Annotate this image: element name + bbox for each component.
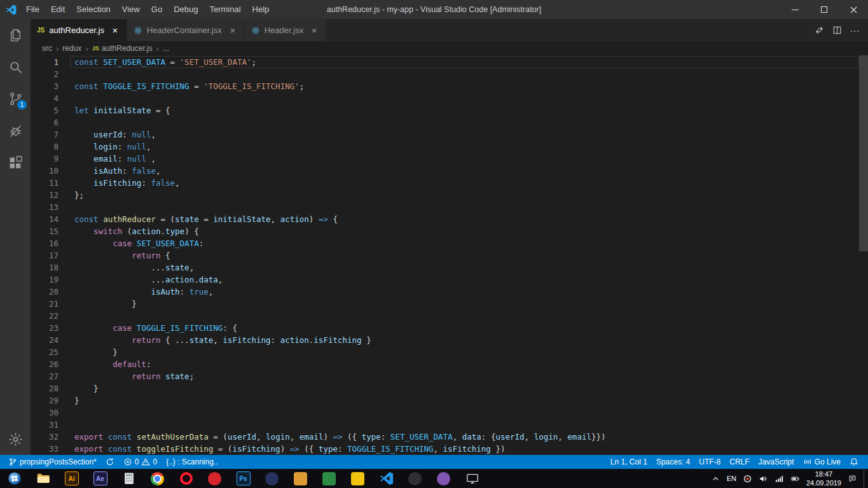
breadcrumb-item-redux[interactable]: redux: [62, 44, 82, 53]
activity-debug-button[interactable]: [0, 115, 31, 146]
notifications-button[interactable]: [845, 455, 863, 469]
git-branch-status[interactable]: propsingPostsSection*: [4, 455, 101, 469]
code-line-25[interactable]: 25 }: [31, 346, 868, 358]
code-line-13[interactable]: 13: [31, 201, 868, 213]
line-number[interactable]: 21: [31, 299, 59, 309]
line-number[interactable]: 23: [31, 323, 59, 333]
purple-circle-app-taskbar-button[interactable]: [429, 469, 458, 488]
line-number[interactable]: 26: [31, 359, 59, 369]
close-icon[interactable]: ×: [228, 25, 238, 36]
code-line-18[interactable]: 18 ...state,: [31, 261, 868, 274]
code-line-16[interactable]: 16 case SET_USER_DATA:: [31, 237, 868, 249]
eol-status[interactable]: CRLF: [725, 455, 754, 469]
code-line-14[interactable]: 14const authReducer = (state = initialSt…: [31, 213, 868, 225]
code-line-30[interactable]: 30: [31, 407, 868, 419]
code-line-15[interactable]: 15 switch (action.type) {: [31, 225, 868, 237]
more-actions-button[interactable]: ···: [846, 22, 863, 39]
yellow-check-app-taskbar-button[interactable]: [343, 469, 372, 488]
vscode-taskbar-button[interactable]: [372, 469, 401, 488]
hidden-icons-chevron-icon[interactable]: [711, 474, 720, 484]
code-line-17[interactable]: 17 return {: [31, 249, 868, 261]
code-line-4[interactable]: 4: [31, 92, 868, 104]
calculator-taskbar-button[interactable]: [114, 469, 143, 488]
split-editor-button[interactable]: [829, 22, 845, 39]
code-line-31[interactable]: 31: [31, 419, 868, 431]
dark-circle-app-taskbar-button[interactable]: [401, 469, 429, 488]
line-number[interactable]: 33: [31, 444, 59, 454]
code-line-21[interactable]: 21 }: [31, 298, 868, 310]
editor[interactable]: 1const SET_USER_DATA = 'SET_USER_DATA';2…: [31, 55, 868, 455]
line-number[interactable]: 19: [31, 275, 59, 284]
maximize-button[interactable]: [809, 0, 839, 19]
code-line-24[interactable]: 24 return { ...state, isFitching: action…: [31, 334, 868, 346]
activity-search-button[interactable]: [0, 51, 31, 83]
menu-file[interactable]: File: [20, 0, 45, 19]
code-line-8[interactable]: 8 login: null,: [31, 141, 868, 153]
tab-header-jsx[interactable]: Header.jsx×: [245, 19, 326, 41]
git-sync-button[interactable]: [101, 455, 119, 469]
after-effects-taskbar-button[interactable]: Ae: [86, 469, 114, 488]
breadcrumb-item-src[interactable]: src: [41, 44, 53, 53]
taskbar-clock[interactable]: 18:47 24.09.2019: [806, 470, 841, 488]
activity-source-control-button[interactable]: 1: [0, 83, 31, 115]
orange-tile-app-taskbar-button[interactable]: [286, 469, 315, 488]
activity-settings-button[interactable]: [0, 423, 31, 455]
cursor-position[interactable]: Ln 1, Col 1: [606, 455, 652, 469]
code-line-5[interactable]: 5let initialState = {: [31, 104, 868, 116]
breadcrumb-item--[interactable]: ...: [162, 44, 170, 53]
file-explorer-taskbar-button[interactable]: [29, 469, 57, 488]
chrome-taskbar-button[interactable]: [143, 469, 172, 488]
line-number[interactable]: 11: [31, 178, 59, 188]
indentation-status[interactable]: Spaces: 4: [652, 455, 694, 469]
opera-taskbar-button[interactable]: [172, 469, 200, 488]
code-line-1[interactable]: 1const SET_USER_DATA = 'SET_USER_DATA';: [31, 56, 868, 68]
line-number[interactable]: 14: [31, 214, 59, 224]
code-line-32[interactable]: 32export const setAuthUserData = (userId…: [31, 431, 868, 443]
menu-debug[interactable]: Debug: [168, 0, 203, 19]
line-number[interactable]: 8: [31, 142, 59, 151]
line-number[interactable]: 24: [31, 335, 59, 345]
line-number[interactable]: 28: [31, 384, 59, 393]
language-mode[interactable]: JavaScript: [754, 455, 799, 469]
editor-scrollbar[interactable]: [859, 55, 868, 455]
illustrator-taskbar-button[interactable]: Ai: [57, 469, 86, 488]
breadcrumb-item-authreducer-js[interactable]: JSauthReducer.js: [92, 44, 153, 53]
menu-terminal[interactable]: Terminal: [203, 0, 246, 19]
code-line-12[interactable]: 12};: [31, 189, 868, 201]
photoshop-taskbar-button[interactable]: Ps: [229, 469, 258, 488]
line-number[interactable]: 31: [31, 420, 59, 429]
show-desktop-button[interactable]: [864, 469, 867, 488]
code-line-6[interactable]: 6: [31, 116, 868, 129]
line-number[interactable]: 15: [31, 227, 59, 236]
code-line-28[interactable]: 28 }: [31, 382, 868, 394]
close-icon[interactable]: ×: [110, 25, 120, 36]
line-number[interactable]: 5: [31, 106, 59, 115]
code-line-2[interactable]: 2: [31, 68, 868, 80]
line-number[interactable]: 10: [31, 166, 59, 176]
media-player-taskbar-button[interactable]: [200, 469, 229, 488]
code-line-26[interactable]: 26 default:: [31, 358, 868, 370]
line-number[interactable]: 20: [31, 287, 59, 296]
code-line-19[interactable]: 19 ...action.data,: [31, 274, 868, 286]
volume-icon[interactable]: [759, 474, 768, 484]
code-line-29[interactable]: 29}: [31, 394, 868, 407]
code-line-10[interactable]: 10 isAuth: false,: [31, 165, 868, 177]
battery-icon[interactable]: [790, 474, 800, 484]
tab-headercontainer-jsx[interactable]: HeaderContainer.jsx×: [127, 19, 245, 41]
network-icon[interactable]: [775, 474, 784, 484]
green-tile-app-taskbar-button[interactable]: [315, 469, 343, 488]
line-number[interactable]: 3: [31, 81, 59, 91]
scrollbar-thumb[interactable]: [859, 55, 868, 251]
code-line-27[interactable]: 27 return state;: [31, 370, 868, 382]
code-line-20[interactable]: 20 isAuth: true,: [31, 286, 868, 298]
code-line-7[interactable]: 7 userId: null,: [31, 129, 868, 141]
line-number[interactable]: 17: [31, 251, 59, 260]
menu-view[interactable]: View: [116, 0, 146, 19]
line-number[interactable]: 22: [31, 311, 59, 321]
line-number[interactable]: 16: [31, 239, 59, 248]
language-indicator[interactable]: EN: [727, 475, 736, 482]
close-icon[interactable]: ×: [309, 25, 319, 36]
code-line-11[interactable]: 11 isFitching: false,: [31, 177, 868, 189]
line-number[interactable]: 25: [31, 347, 59, 357]
menu-edit[interactable]: Edit: [45, 0, 71, 19]
